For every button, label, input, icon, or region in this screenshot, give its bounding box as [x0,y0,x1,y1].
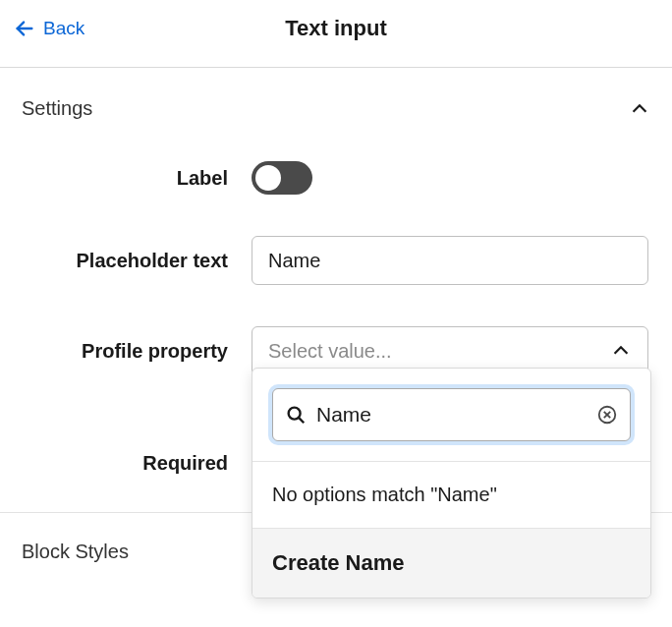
dropdown-search [272,388,631,441]
dropdown-search-wrap [252,369,650,462]
chevron-up-icon [610,340,632,362]
label-toggle[interactable] [252,161,312,195]
placeholder-field-label: Placeholder text [22,250,228,272]
settings-section-header[interactable]: Settings [0,68,672,147]
toggle-knob [255,165,281,191]
label-field-label: Label [22,167,228,190]
profile-select-placeholder: Select value... [268,340,392,363]
block-styles-title: Block Styles [22,541,129,562]
search-icon [285,404,307,426]
label-row: Label [0,151,672,204]
placeholder-row: Placeholder text [0,226,672,295]
back-button[interactable]: Back [14,18,84,39]
settings-title: Settings [22,97,92,120]
dropdown-create-option[interactable]: Create Name [252,528,650,598]
chevron-up-icon [629,98,650,120]
page-title: Text input [0,16,672,41]
profile-field-label: Profile property [22,340,228,363]
dropdown-no-match: No options match "Name" [252,462,650,528]
placeholder-input[interactable] [252,236,648,285]
dropdown-search-input[interactable] [307,403,596,427]
back-label: Back [43,18,84,39]
profile-property-dropdown: No options match "Name" Create Name [252,368,651,598]
required-field-label: Required [22,452,228,475]
arrow-left-icon [14,18,35,39]
svg-point-1 [289,408,301,420]
svg-line-2 [299,418,304,423]
clear-icon[interactable] [596,404,618,426]
